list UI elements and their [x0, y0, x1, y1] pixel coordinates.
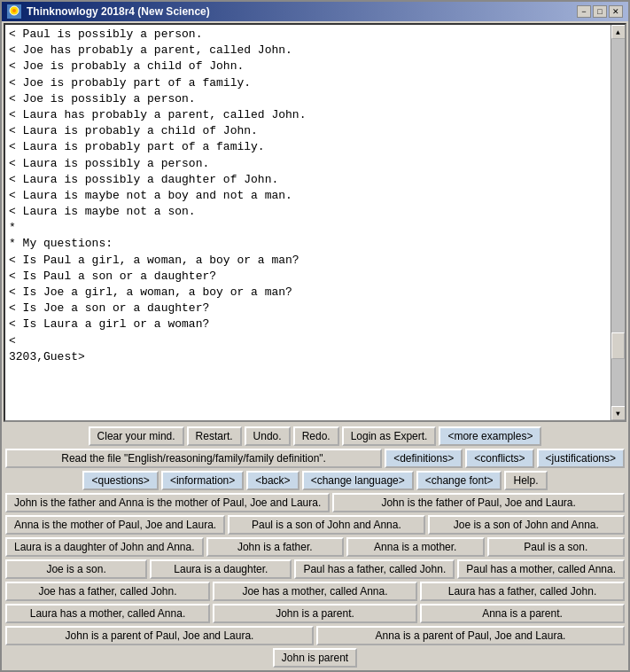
justifications-button[interactable]: <justifications> [537, 449, 625, 468]
text-content: < Paul is possibly a person. < Joe has p… [5, 25, 611, 420]
conflicts-button[interactable]: <conflicts> [465, 449, 533, 468]
sentence-btn-anna-parent[interactable]: Anna is a parent. [420, 604, 625, 623]
sentence-btn-joe-father-john[interactable]: Joe has a father, called John. [5, 582, 210, 601]
title-bar: Thinknowlogy 2018r4 (New Science) − □ ✕ [2, 2, 628, 21]
sentence-row-6: Laura has a mother, called Anna. John is… [5, 604, 625, 623]
sentence-btn-paul-son[interactable]: Paul is a son of John and Anna. [228, 515, 424, 535]
scroll-track[interactable] [611, 39, 625, 406]
window-title: Thinknowlogy 2018r4 (New Science) [27, 5, 210, 18]
information-button[interactable]: <information> [161, 471, 244, 490]
scroll-up-button[interactable]: ▲ [611, 25, 626, 39]
nav-row: <questions> <information> <back> <change… [5, 471, 625, 490]
vertical-scrollbar[interactable]: ▲ ▼ [611, 25, 625, 420]
clear-button[interactable]: Clear your mind. [89, 426, 184, 446]
redo-button[interactable]: Redo. [293, 426, 339, 446]
sentence-btn-anna-mother[interactable]: Anna is the mother of Paul, Joe and Laur… [5, 515, 225, 535]
sentence-btn-paul-son-simple[interactable]: Paul is a son. [487, 537, 626, 557]
controls-area: Clear your mind. Restart. Undo. Redo. Lo… [2, 424, 628, 670]
sentence-btn-joe-son[interactable]: Joe is a son of John and Anna. [428, 515, 625, 535]
file-row: Read the file "English/reasoning/family/… [5, 449, 625, 468]
sentence-btn-john-parent[interactable]: John is a parent. [213, 604, 417, 623]
sentence-btn-john-parent-of[interactable]: John is a parent of Paul, Joe and Laura. [5, 626, 314, 645]
sentence-btn-john-is-parent[interactable]: John is parent [273, 648, 357, 668]
sentence-btn-john-father-anna-mother[interactable]: John is the father and Anna is the mothe… [5, 493, 330, 512]
sentence-btn-paul-mother-anna[interactable]: Paul has a mother, called Anna. [457, 559, 625, 579]
sentence-btn-paul-father-john[interactable]: Paul has a father, called John. [294, 559, 455, 579]
help-button[interactable]: Help. [504, 471, 547, 490]
back-button[interactable]: <back> [246, 471, 299, 490]
sentence-btn-laura-mother-anna[interactable]: Laura has a mother, called Anna. [5, 604, 210, 623]
window-controls: − □ ✕ [577, 5, 623, 18]
text-display-area: < Paul is possibly a person. < Joe has p… [4, 23, 626, 422]
change-language-button[interactable]: <change language> [302, 471, 414, 490]
sentence-row-2: Anna is the mother of Paul, Joe and Laur… [5, 515, 625, 535]
sentence-btn-anna-parent-of[interactable]: Anna is a parent of Paul, Joe and Laura. [316, 626, 625, 645]
toolbar-row: Clear your mind. Restart. Undo. Redo. Lo… [5, 426, 625, 446]
sentence-btn-john-father-simple[interactable]: John is a father. [206, 537, 345, 557]
sentence-row-3: Laura is a daughter of John and Anna. Jo… [5, 537, 625, 557]
sentence-btn-laura-father-john[interactable]: Laura has a father, called John. [420, 582, 625, 601]
sentence-row-4: Joe is a son. Laura is a daughter. Paul … [5, 559, 625, 579]
sentence-row-5: Joe has a father, called John. Joe has a… [5, 582, 625, 601]
questions-button[interactable]: <questions> [82, 471, 158, 490]
sentence-row-7: John is a parent of Paul, Joe and Laura.… [5, 626, 625, 645]
sentence-btn-laura-daughter[interactable]: Laura is a daughter of John and Anna. [5, 537, 204, 557]
undo-button[interactable]: Undo. [245, 426, 291, 446]
more-examples-button[interactable]: <more examples> [439, 426, 541, 446]
maximize-button[interactable]: □ [593, 5, 607, 18]
sentence-btn-joe-son-simple[interactable]: Joe is a son. [5, 559, 147, 579]
read-file-button[interactable]: Read the file "English/reasoning/family/… [5, 449, 382, 468]
sentence-btn-laura-daughter-simple[interactable]: Laura is a daughter. [150, 559, 292, 579]
login-button[interactable]: Login as Expert. [342, 426, 437, 446]
sentence-row-8: John is parent [5, 648, 625, 668]
minimize-button[interactable]: − [577, 5, 591, 18]
scroll-thumb[interactable] [611, 332, 625, 359]
definitions-button[interactable]: <definitions> [385, 449, 463, 468]
change-font-button[interactable]: <change font> [416, 471, 502, 490]
sentence-btn-john-father[interactable]: John is the father of Paul, Joe and Laur… [332, 493, 625, 512]
svg-point-2 [12, 9, 16, 12]
sentence-row-1: John is the father and Anna is the mothe… [5, 493, 625, 512]
scroll-down-button[interactable]: ▼ [611, 406, 626, 420]
restart-button[interactable]: Restart. [187, 426, 242, 446]
main-window: Thinknowlogy 2018r4 (New Science) − □ ✕ … [0, 0, 630, 672]
close-button[interactable]: ✕ [609, 5, 623, 18]
sentence-btn-anna-mother-simple[interactable]: Anna is a mother. [346, 537, 485, 557]
app-icon [7, 4, 21, 19]
title-bar-left: Thinknowlogy 2018r4 (New Science) [7, 4, 210, 19]
sentence-btn-joe-mother-anna[interactable]: Joe has a mother, called Anna. [213, 582, 417, 601]
